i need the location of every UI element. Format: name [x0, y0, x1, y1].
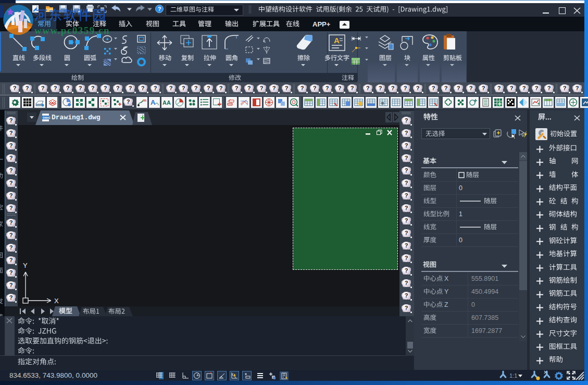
svg-text:A: A: [151, 98, 156, 106]
svg-text:?: ?: [158, 6, 161, 12]
svg-text:Y: Y: [23, 262, 28, 269]
svg-text:m: m: [381, 101, 384, 106]
svg-text:X: X: [54, 297, 59, 305]
svg-text:A: A: [334, 36, 340, 45]
svg-text:DWG: DWG: [43, 116, 51, 119]
svg-text:m: m: [143, 98, 146, 103]
svg-text:AA: AA: [162, 100, 171, 106]
svg-text:1:1: 1:1: [509, 372, 517, 379]
